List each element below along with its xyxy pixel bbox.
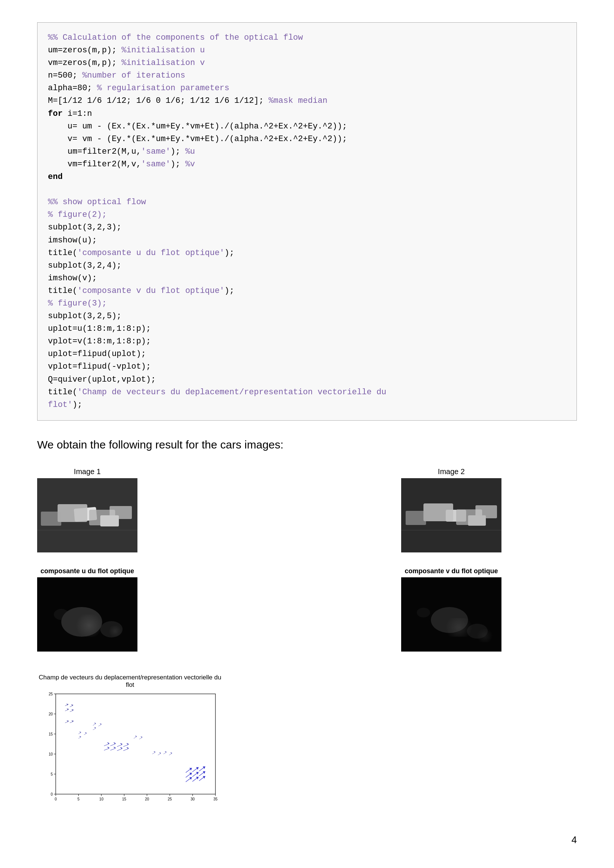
svg-text:15: 15 (49, 732, 53, 736)
svg-marker-108 (154, 752, 155, 753)
svg-line-51 (70, 711, 73, 712)
code-line-blank (48, 185, 53, 194)
svg-marker-84 (203, 772, 205, 773)
code-line-9: v= vm - (Ey.*(Ex.*um+Ey.*vm+Et)./(alpha.… (48, 134, 347, 144)
svg-point-15 (417, 608, 430, 617)
code-line-imshou: imshow(u); (48, 236, 97, 245)
svg-text:35: 35 (213, 797, 218, 801)
code-line-imshov: imshow(v); (48, 274, 97, 283)
svg-marker-50 (67, 709, 69, 710)
svg-line-109 (158, 754, 160, 755)
svg-line-59 (117, 745, 122, 747)
svg-line-105 (139, 738, 142, 739)
svg-marker-78 (190, 773, 192, 775)
quiver-title: Champ de vecteurs du deplacement/represe… (37, 674, 223, 689)
svg-line-65 (123, 745, 128, 747)
code-line-comment-show: %% show optical flow (48, 197, 146, 207)
svg-text:0: 0 (54, 797, 57, 801)
svg-line-91 (78, 733, 81, 734)
svg-line-99 (98, 725, 101, 726)
flow-u-image (37, 577, 137, 651)
images-section: Image 1 Image 2 (37, 467, 577, 813)
image1-container: Image 1 (37, 467, 137, 552)
svg-marker-86 (190, 777, 192, 779)
image1-label: Image 1 (74, 467, 101, 476)
flow-u-label: composante u du flot optique (40, 567, 134, 575)
flow-v-label: composante v du flot optique (405, 567, 498, 575)
code-line-quiver: Q=quiver(uplot,vplot); (48, 375, 155, 384)
code-line-subplot4: subplot(3,2,4); (48, 261, 121, 270)
images-row-2: composante u du flot optique composante … (37, 567, 577, 651)
code-line-7: for i=1:n (48, 109, 92, 118)
quiver-plot: .axis-label { font-family: Arial, sans-s… (37, 690, 223, 813)
svg-line-53 (65, 722, 68, 723)
code-line-5: alpha=80; % regularisation parameters (48, 84, 230, 93)
code-line-12: end (48, 172, 63, 181)
quiver-section: Champ de vecteurs du deplacement/represe… (37, 674, 577, 813)
code-line-6: M=[1/12 1/6 1/12; 1/6 0 1/6; 1/12 1/6 1/… (48, 96, 328, 105)
svg-marker-64 (120, 747, 122, 749)
code-line-comment-fig2: % figure(2); (48, 210, 107, 219)
code-line-vflip: vplot=flipud(-vplot); (48, 362, 151, 371)
code-line-title-u: title('composante u du flot optique'); (48, 248, 235, 258)
svg-marker-90 (203, 776, 205, 778)
svg-line-111 (163, 753, 166, 754)
svg-text:5: 5 (51, 772, 53, 776)
svg-line-63 (117, 749, 122, 751)
code-line-uplot: uplot=u(1:8:m,1:8:p); (48, 324, 151, 333)
code-line-11: vm=filter2(M,v,'same'); %v (48, 160, 195, 169)
svg-line-95 (78, 737, 81, 738)
svg-marker-94 (85, 733, 87, 734)
flow-u-container: composante u du flot optique (37, 567, 137, 651)
svg-line-97 (93, 724, 95, 725)
svg-text:10: 10 (49, 752, 53, 756)
svg-rect-8 (476, 505, 497, 518)
page-number: 4 (572, 834, 577, 846)
svg-rect-5 (423, 504, 453, 521)
svg-line-69 (104, 744, 109, 746)
image2-container: Image 2 (401, 467, 501, 552)
svg-marker-106 (141, 736, 142, 738)
svg-text:5: 5 (78, 797, 80, 801)
svg-marker-74 (190, 768, 192, 770)
svg-line-67 (123, 749, 128, 751)
svg-marker-72 (107, 747, 109, 749)
svg-text:0: 0 (51, 792, 53, 796)
svg-marker-58 (113, 742, 115, 744)
svg-line-71 (104, 749, 109, 750)
code-line-2: um=zeros(m,p); %initialisation u (48, 46, 205, 55)
code-line-comment-fig3: % figure(3); (48, 299, 107, 308)
svg-marker-98 (94, 723, 96, 724)
svg-text:30: 30 (191, 797, 195, 801)
code-line-8: u= um - (Ex.*(Ex.*um+Ey.*vm+Et)./(alpha.… (48, 122, 347, 131)
svg-point-12 (54, 609, 69, 620)
svg-text:10: 10 (99, 797, 104, 801)
svg-marker-92 (79, 732, 81, 733)
svg-marker-52 (72, 710, 73, 711)
svg-line-103 (134, 737, 136, 738)
image2 (401, 478, 501, 552)
svg-marker-76 (196, 767, 198, 769)
code-line-title-v: title('composante v du flot optique'); (48, 286, 235, 296)
svg-rect-7 (406, 511, 426, 525)
svg-rect-0 (58, 504, 87, 522)
svg-marker-96 (79, 736, 81, 737)
svg-marker-48 (72, 705, 73, 706)
svg-marker-70 (107, 742, 109, 744)
svg-point-11 (100, 621, 123, 637)
svg-line-45 (65, 705, 68, 706)
code-line-title-champ2: flot'); (48, 400, 82, 409)
images-row-1: Image 1 Image 2 (37, 467, 577, 552)
code-line-uflip: uplot=flipud(uplot); (48, 349, 146, 359)
result-text: We obtain the following result for the c… (37, 439, 577, 451)
svg-marker-60 (120, 743, 122, 745)
svg-point-13 (431, 607, 468, 633)
code-line-title-champ1: title('Champ de vecteurs du deplacement/… (48, 388, 386, 397)
code-line-subplot5: subplot(3,2,5); (48, 312, 121, 321)
svg-marker-68 (127, 747, 129, 749)
svg-text:20: 20 (145, 797, 149, 801)
code-line-vplot: vplot=v(1:8:m,1:8:p); (48, 337, 151, 346)
svg-line-101 (93, 728, 95, 730)
svg-marker-112 (165, 752, 166, 753)
code-line-comment-1: %% Calculation of the components of the … (48, 33, 303, 42)
